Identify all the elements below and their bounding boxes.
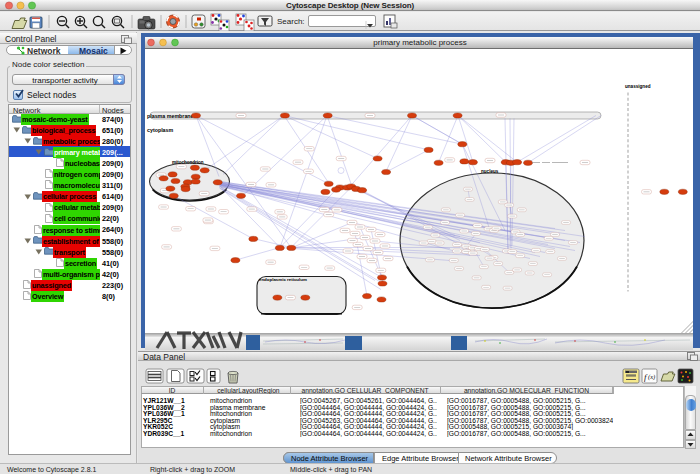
svg-text:cytoplasm: cytoplasm (147, 126, 173, 132)
svg-text:mitochondrion: mitochondrion (172, 160, 204, 165)
svg-text:plasma membrane: plasma membrane (147, 112, 194, 118)
svg-text:endoplasmic reticulum: endoplasmic reticulum (259, 277, 307, 282)
svg-text:nucleus: nucleus (481, 168, 499, 173)
svg-text:(x): (x) (648, 373, 655, 381)
svg-text:unassigned: unassigned (625, 84, 651, 89)
